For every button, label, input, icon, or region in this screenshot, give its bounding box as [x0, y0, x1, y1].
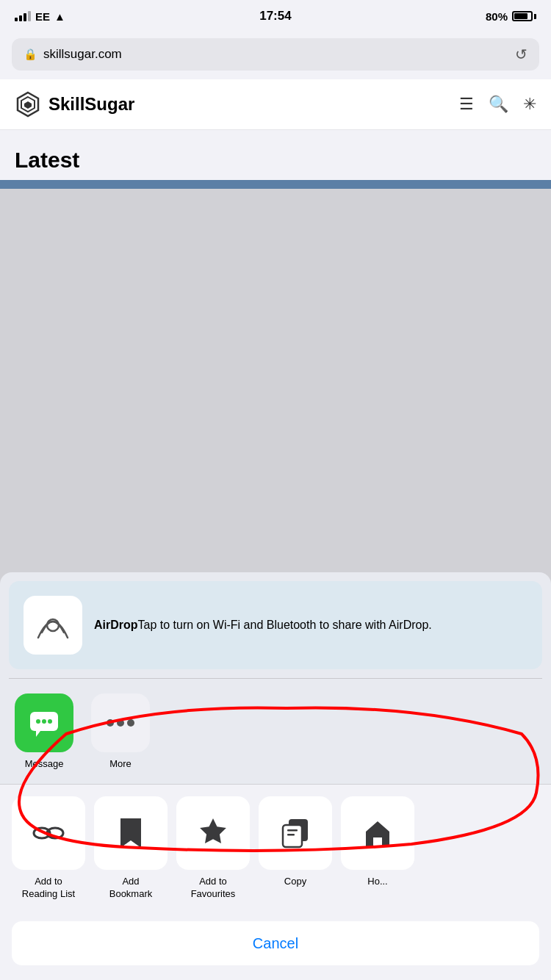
app-row: Message More: [0, 679, 551, 784]
blue-bar: [0, 180, 551, 189]
settings-icon[interactable]: ✳: [523, 95, 536, 114]
svg-point-11: [127, 719, 134, 727]
add-reading-list-item[interactable]: Add toReading List: [12, 796, 85, 901]
battery-icon: [512, 11, 536, 21]
share-sheet-overlay: AirDropTap to turn on Wi-Fi and Bluetoot…: [0, 572, 551, 980]
refresh-button[interactable]: ↺: [515, 46, 527, 63]
airdrop-desc: Tap to turn on Wi-Fi and Bluetooth to sh…: [138, 619, 432, 631]
airdrop-icon: [24, 596, 82, 655]
browser-chrome: 🔒 skillsugar.com ↺: [0, 32, 551, 79]
message-label: Message: [25, 758, 64, 769]
svg-point-7: [42, 719, 46, 724]
website-content: Latest: [0, 130, 551, 180]
carrier-label: EE: [35, 10, 50, 23]
bookmark-icon: [94, 796, 168, 870]
reading-list-label: Add toReading List: [22, 876, 75, 901]
home-item[interactable]: Ho...: [341, 796, 414, 901]
site-title: SkillSugar: [48, 94, 134, 115]
svg-rect-16: [283, 825, 302, 847]
status-right: 80%: [486, 10, 536, 23]
copy-item[interactable]: Copy: [259, 796, 332, 901]
reading-list-icon: [12, 796, 85, 870]
menu-icon[interactable]: ☰: [459, 95, 474, 114]
svg-point-10: [117, 719, 124, 727]
battery-percent: 80%: [486, 10, 508, 23]
wifi-icon: ▲: [54, 10, 65, 23]
cancel-section: Cancel: [0, 915, 551, 980]
status-left: EE ▲: [15, 10, 65, 23]
airdrop-section[interactable]: AirDropTap to turn on Wi-Fi and Bluetoot…: [9, 581, 542, 669]
share-sheet: AirDropTap to turn on Wi-Fi and Bluetoot…: [0, 572, 551, 980]
add-favourites-item[interactable]: Add toFavourites: [176, 796, 250, 901]
home-label: Ho...: [367, 876, 387, 888]
app-item-more[interactable]: More: [91, 693, 150, 769]
favourites-icon: [176, 796, 250, 870]
site-nav: ☰ 🔍 ✳: [459, 95, 536, 114]
action-row: Add toReading List AddBookmark Add toFav…: [0, 785, 551, 915]
svg-marker-2: [24, 101, 32, 109]
favourites-label: Add toFavourites: [191, 876, 236, 901]
url-bar[interactable]: 🔒 skillsugar.com ↺: [12, 38, 539, 71]
app-item-message[interactable]: Message: [15, 693, 73, 769]
add-bookmark-item[interactable]: AddBookmark: [94, 796, 168, 901]
search-icon[interactable]: 🔍: [489, 95, 508, 114]
home-icon: [341, 796, 414, 870]
site-logo: SkillSugar: [15, 91, 134, 118]
svg-point-8: [48, 719, 52, 724]
bookmark-label: AddBookmark: [109, 876, 153, 901]
svg-rect-18: [287, 834, 295, 836]
status-bar: EE ▲ 17:54 80%: [0, 0, 551, 32]
svg-point-6: [36, 719, 40, 724]
signal-icon: [15, 11, 31, 21]
cancel-button[interactable]: Cancel: [12, 921, 539, 965]
more-label: More: [109, 758, 132, 769]
latest-heading: Latest: [15, 148, 536, 173]
svg-rect-17: [287, 829, 298, 832]
copy-label: Copy: [284, 876, 306, 888]
message-app-icon: [15, 693, 73, 752]
airdrop-text: AirDropTap to turn on Wi-Fi and Bluetoot…: [94, 617, 432, 633]
more-app-icon: [91, 693, 150, 752]
logo-icon: [15, 91, 41, 118]
copy-icon: [259, 796, 332, 870]
airdrop-title: AirDrop: [94, 619, 138, 631]
website-header: SkillSugar ☰ 🔍 ✳: [0, 79, 551, 130]
url-text: skillsugar.com: [43, 47, 122, 62]
svg-point-9: [107, 719, 114, 727]
svg-marker-5: [36, 731, 40, 737]
time-display: 17:54: [259, 9, 291, 24]
lock-icon: 🔒: [24, 48, 37, 61]
